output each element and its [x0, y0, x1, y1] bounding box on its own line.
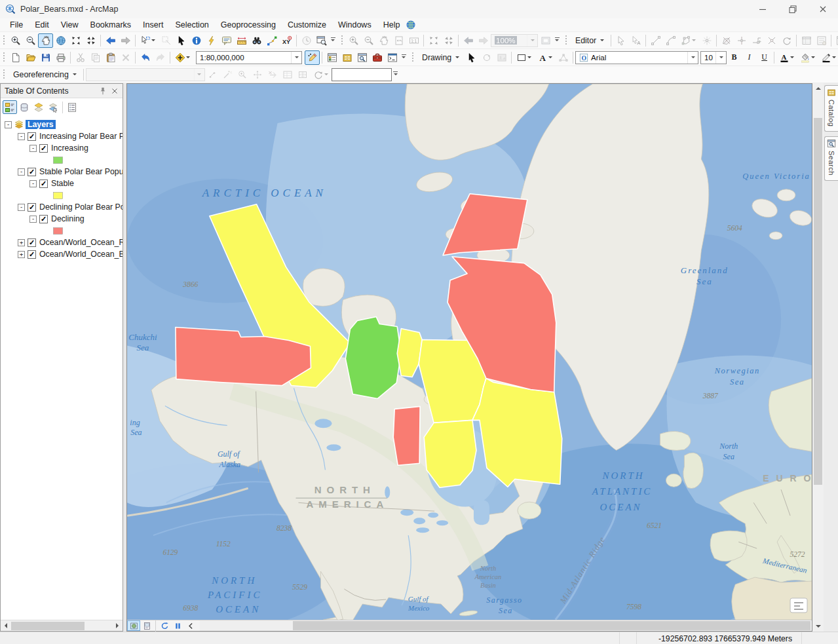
- expand-icon[interactable]: [18, 251, 25, 258]
- layer-checkbox[interactable]: [28, 203, 36, 212]
- layout-fixed-zoom-out-button[interactable]: [441, 33, 456, 48]
- scroll-up-arrow[interactable]: [813, 83, 823, 93]
- paste-button[interactable]: [103, 50, 118, 65]
- identify-button[interactable]: [189, 33, 204, 48]
- editor-menu-button[interactable]: Editor: [570, 34, 609, 47]
- hyperlink-button[interactable]: [204, 33, 219, 48]
- create-features-button[interactable]: [833, 33, 838, 48]
- georeference-grid-button[interactable]: [295, 67, 311, 82]
- time-slider-button[interactable]: [299, 33, 314, 48]
- remove-links-button[interactable]: [265, 67, 280, 82]
- scrollbar-thumb[interactable]: [814, 118, 822, 485]
- toc-node-declining-layer[interactable]: Declining Polar Bear Po: [1, 201, 123, 213]
- scrollbar-thumb[interactable]: [11, 622, 85, 630]
- toolbar-overflow[interactable]: [392, 67, 400, 82]
- go-back-extent-button[interactable]: [103, 33, 118, 48]
- catalog-tab[interactable]: Catalog: [824, 85, 838, 132]
- cut-button[interactable]: [73, 50, 88, 65]
- toc-horizontal-scrollbar[interactable]: [1, 620, 123, 631]
- legend-swatch[interactable]: [53, 227, 63, 235]
- list-by-source-button[interactable]: [17, 100, 31, 114]
- toc-node-stable-class[interactable]: Stable: [1, 178, 123, 189]
- select-features-button[interactable]: [138, 33, 159, 48]
- list-by-drawing-order-button[interactable]: [3, 100, 17, 114]
- menu-edit[interactable]: Edit: [29, 19, 55, 31]
- select-elements-button[interactable]: [174, 33, 189, 48]
- layout-forward-button[interactable]: [476, 33, 491, 48]
- find-route-button[interactable]: [264, 33, 279, 48]
- catalog-window-button[interactable]: [339, 50, 354, 65]
- go-to-xy-button[interactable]: XY: [279, 33, 294, 48]
- zoom-out-button[interactable]: [23, 33, 38, 48]
- combo-dropdown[interactable]: [715, 52, 726, 64]
- edit-tool-button[interactable]: [613, 33, 628, 48]
- pin-button[interactable]: [97, 85, 109, 97]
- help-globe-icon[interactable]: [406, 20, 416, 30]
- layer-label[interactable]: Declining: [51, 214, 85, 223]
- combo-dropdown[interactable]: [194, 69, 204, 81]
- dropdown-caret[interactable]: [548, 55, 553, 60]
- font-color-button[interactable]: A: [776, 50, 797, 65]
- split-button[interactable]: [734, 33, 749, 48]
- print-button[interactable]: [53, 50, 68, 65]
- data-view-button[interactable]: [127, 620, 140, 631]
- viewer-window-button[interactable]: [314, 33, 329, 48]
- menu-windows[interactable]: Windows: [332, 19, 377, 31]
- collapse-icon[interactable]: [18, 204, 25, 211]
- legend-swatch[interactable]: [53, 157, 63, 164]
- arctoolbox-button[interactable]: [370, 50, 385, 65]
- line-intersection-button[interactable]: [764, 33, 779, 48]
- toc-node-ocean-reference[interactable]: Ocean/World_Ocean_R: [1, 237, 123, 248]
- minimize-button[interactable]: [748, 0, 778, 18]
- layer-label[interactable]: Increasing: [51, 143, 88, 153]
- close-button[interactable]: [808, 0, 838, 18]
- pan-button[interactable]: [38, 33, 53, 48]
- collapse-icon[interactable]: [29, 180, 37, 187]
- zoom-to-selected-button[interactable]: [235, 67, 250, 82]
- full-extent-button[interactable]: [53, 33, 68, 48]
- refresh-view-button[interactable]: [158, 620, 171, 631]
- find-button[interactable]: [249, 33, 264, 48]
- georeference-rotate-button[interactable]: [311, 67, 332, 82]
- layout-back-button[interactable]: [461, 33, 476, 48]
- edit-vertices-button[interactable]: [556, 50, 571, 65]
- list-by-visibility-button[interactable]: [31, 100, 46, 114]
- layer-checkbox[interactable]: [39, 180, 48, 188]
- editor-toolbar-toggle-button[interactable]: [305, 50, 320, 65]
- menu-customize[interactable]: Customize: [282, 19, 332, 31]
- restore-button[interactable]: [778, 0, 808, 18]
- cut-polygons-button[interactable]: [719, 33, 734, 48]
- toc-node-layers[interactable]: Layers: [1, 119, 123, 130]
- line-color-button[interactable]: [818, 50, 838, 65]
- layout-fixed-zoom-in-button[interactable]: [426, 33, 441, 48]
- map-horizontal-scrollbar[interactable]: [200, 620, 812, 631]
- arc-segment-button[interactable]: [663, 33, 678, 48]
- combo-dropdown[interactable]: [687, 52, 698, 64]
- collapse-icon[interactable]: [29, 216, 37, 223]
- menu-view[interactable]: View: [55, 19, 85, 31]
- toolbar-grip[interactable]: [565, 35, 567, 46]
- layers-label[interactable]: Layers: [26, 120, 56, 129]
- layout-zoom-combo[interactable]: 100%: [491, 34, 538, 47]
- map-vertical-scrollbar[interactable]: [812, 83, 824, 632]
- underline-button[interactable]: U: [757, 50, 772, 65]
- select-graphics-button[interactable]: [494, 50, 509, 65]
- drawing-menu-button[interactable]: Drawing: [417, 51, 464, 64]
- auto-registration-button[interactable]: [220, 67, 235, 82]
- toolbar-grip[interactable]: [3, 35, 5, 46]
- fixed-zoom-out-button[interactable]: [83, 33, 98, 48]
- menu-insert[interactable]: Insert: [137, 19, 169, 31]
- search-tab[interactable]: Search: [824, 136, 838, 181]
- new-map-button[interactable]: [8, 50, 23, 65]
- toc-node-declining-class[interactable]: Declining: [1, 213, 123, 225]
- attributes-button[interactable]: [799, 33, 814, 48]
- zoom-in-button[interactable]: [8, 33, 23, 48]
- toc-node-stable-layer[interactable]: Stable Polar Bear Popul: [1, 166, 123, 178]
- dropdown-caret[interactable]: [810, 55, 816, 60]
- reshape-button[interactable]: [749, 33, 764, 48]
- toolbar-grip[interactable]: [411, 52, 414, 63]
- copy-button[interactable]: [88, 50, 103, 65]
- toggle-draft-mode-button[interactable]: [538, 33, 553, 48]
- layer-label[interactable]: Increasing Polar Bear Po: [39, 132, 123, 141]
- toolbar-grip[interactable]: [3, 52, 5, 63]
